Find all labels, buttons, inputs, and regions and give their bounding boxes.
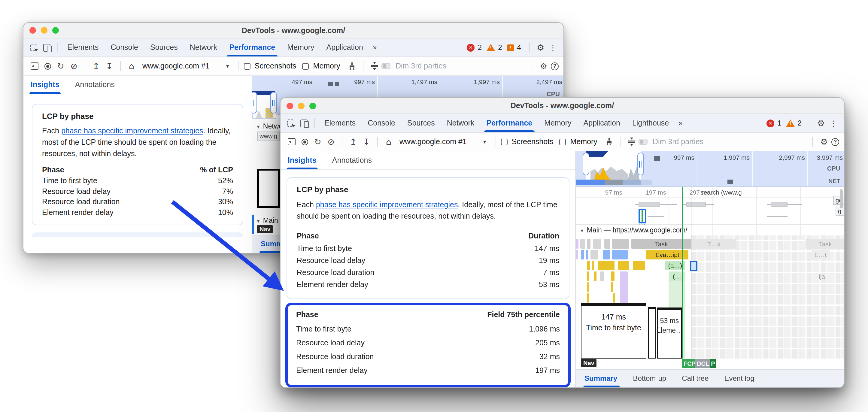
network-track-header[interactable]: ▼Netwo (256, 123, 283, 130)
collapse-tracks-icon[interactable] (369, 60, 380, 72)
garbage-collect-icon[interactable] (346, 60, 358, 72)
tab-network[interactable]: Network (184, 38, 223, 57)
help-icon[interactable]: ? (831, 138, 839, 146)
tab-sources[interactable]: Sources (401, 114, 441, 132)
tab-memory[interactable]: Memory (538, 114, 577, 132)
zoom-button[interactable] (309, 102, 316, 109)
dim-third-parties-toggle[interactable] (382, 63, 391, 69)
minimap-right-handle[interactable] (637, 153, 644, 176)
screenshots-label[interactable]: Screenshots (512, 137, 554, 146)
toggle-sidebar-icon[interactable] (28, 60, 40, 72)
tab-memory[interactable]: Memory (281, 38, 320, 57)
tab-lighthouse[interactable]: Lighthouse (626, 114, 675, 132)
tab-performance[interactable]: Performance (480, 114, 538, 132)
titlebar[interactable]: DevTools - www.google.com/ (24, 23, 563, 38)
home-icon[interactable]: ⌂ (126, 60, 137, 72)
memory-label[interactable]: Memory (313, 62, 340, 70)
scrollbar-thumb[interactable] (840, 189, 843, 209)
dim-third-parties-toggle[interactable] (639, 139, 648, 145)
close-button[interactable] (29, 27, 36, 34)
toggle-sidebar-icon[interactable] (285, 136, 297, 148)
issues-icon[interactable]: ! (507, 44, 514, 51)
device-toolbar-icon[interactable] (40, 41, 54, 54)
tab-summary[interactable]: Summary (583, 374, 623, 387)
record-icon[interactable] (41, 60, 54, 72)
home-icon[interactable]: ⌂ (383, 136, 395, 148)
kebab-menu-icon[interactable]: ⋮ (828, 119, 839, 127)
upload-profile-icon[interactable]: ↥ (90, 60, 102, 72)
tab-sources[interactable]: Sources (144, 38, 184, 57)
request-bar[interactable] (771, 202, 787, 207)
network-request[interactable]: g (836, 207, 844, 216)
reload-record-icon[interactable]: ↻ (55, 60, 67, 72)
improvement-strategies-link[interactable]: phase has specific improvement strategie… (61, 127, 203, 135)
help-icon[interactable]: ? (551, 62, 559, 70)
screenshots-checkbox[interactable] (244, 63, 250, 69)
more-tabs-icon[interactable]: » (369, 43, 380, 52)
flame-task-truncated[interactable]: T…k (691, 239, 737, 249)
tab-application[interactable]: Application (578, 114, 626, 132)
capture-settings-gear-icon[interactable]: ⚙ (820, 137, 828, 146)
selected-request-box[interactable] (639, 209, 646, 223)
network-request[interactable]: www.g (257, 131, 280, 141)
collapse-tracks-icon[interactable] (626, 136, 638, 148)
main-track-header[interactable]: ▼Main — https://www.google.com/ (580, 226, 687, 234)
screenshots-label[interactable]: Screenshots (255, 62, 297, 70)
clear-icon[interactable]: ⊘ (325, 136, 337, 148)
device-toolbar-icon[interactable] (297, 117, 311, 130)
inspect-icon[interactable] (284, 117, 297, 130)
error-icon[interactable]: ✕ (767, 119, 774, 127)
warning-icon[interactable]: ! (487, 44, 495, 51)
download-profile-icon[interactable]: ↧ (361, 136, 372, 148)
tab-network[interactable]: Network (441, 114, 480, 132)
tab-performance[interactable]: Performance (223, 38, 281, 57)
flame-sliver (576, 250, 578, 259)
improvement-strategies-link[interactable]: phase has specific improvement strategie… (316, 200, 458, 209)
inspect-icon[interactable] (27, 41, 40, 54)
minimap-right-handle[interactable] (270, 92, 277, 114)
tab-console[interactable]: Console (362, 114, 401, 132)
flame-e-truncated[interactable]: E…t (811, 250, 830, 259)
screenshots-checkbox[interactable] (501, 138, 507, 145)
tab-insights[interactable]: Insights (288, 156, 316, 169)
history-select[interactable]: www.google.com #1 ▼ (139, 62, 234, 70)
titlebar[interactable]: DevTools - www.google.com/ (281, 98, 844, 114)
minimap-left-handle[interactable] (583, 153, 589, 176)
tab-elements[interactable]: Elements (61, 38, 104, 57)
settings-gear-icon[interactable]: ⚙ (537, 43, 544, 52)
tab-bottom-up[interactable]: Bottom-up (632, 374, 672, 387)
memory-checkbox[interactable] (560, 138, 566, 145)
timeline-minimap[interactable]: 997 ms 1,997 ms 2,997 ms 3,997 ms CPU NE… (576, 151, 844, 187)
tab-event-log[interactable]: Event log (723, 374, 761, 387)
history-select[interactable]: www.google.com #1 ▼ (396, 137, 491, 146)
tab-call-tree[interactable]: Call tree (681, 374, 715, 387)
clear-icon[interactable]: ⊘ (68, 60, 80, 72)
minimize-button[interactable] (41, 27, 48, 34)
tab-annotations[interactable]: Annotations (75, 81, 115, 94)
tab-annotations[interactable]: Annotations (332, 156, 372, 169)
reload-record-icon[interactable]: ↻ (312, 136, 324, 148)
record-icon[interactable] (299, 136, 311, 148)
more-tabs-icon[interactable]: » (675, 119, 686, 127)
zoom-button[interactable] (52, 27, 59, 34)
request-bar[interactable] (686, 202, 706, 207)
memory-checkbox[interactable] (303, 63, 309, 69)
tab-console[interactable]: Console (104, 38, 144, 57)
download-profile-icon[interactable]: ↧ (103, 60, 115, 72)
close-button[interactable] (286, 102, 293, 109)
flame-task-right[interactable]: Task (806, 239, 844, 249)
capture-settings-gear-icon[interactable]: ⚙ (540, 62, 547, 70)
upload-profile-icon[interactable]: ↥ (347, 136, 359, 148)
tab-insights[interactable]: Insights (31, 81, 59, 94)
warning-icon[interactable]: ! (786, 120, 795, 127)
garbage-collect-icon[interactable] (603, 136, 615, 148)
settings-gear-icon[interactable]: ⚙ (817, 119, 825, 127)
kebab-menu-icon[interactable]: ⋮ (547, 43, 559, 51)
minimap-left-handle[interactable] (252, 92, 257, 114)
tab-application[interactable]: Application (320, 38, 369, 57)
request-bar[interactable] (639, 202, 660, 207)
tab-elements[interactable]: Elements (318, 114, 362, 132)
memory-label[interactable]: Memory (570, 137, 597, 146)
minimize-button[interactable] (298, 102, 305, 109)
error-icon[interactable]: ✕ (467, 43, 475, 51)
